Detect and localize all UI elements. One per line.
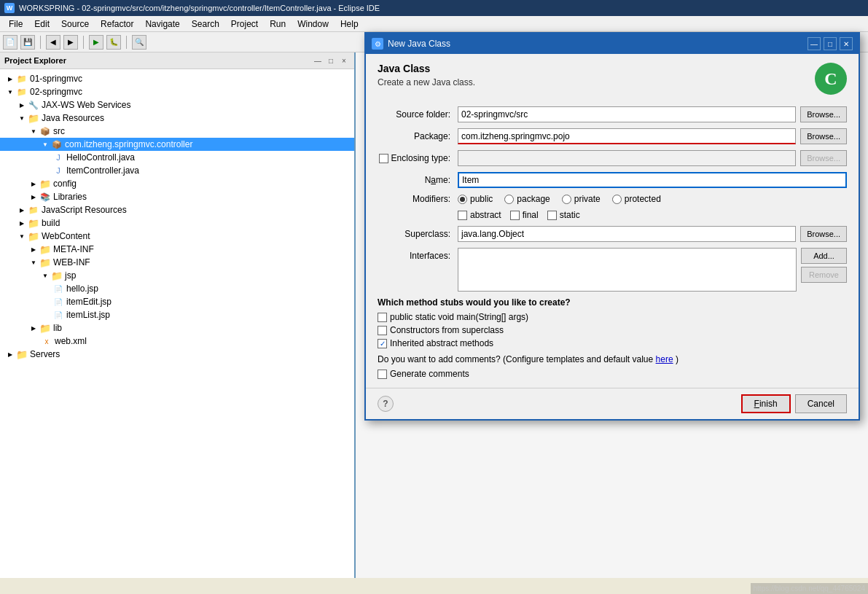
label-config: config xyxy=(53,179,77,189)
tree-item-meta-inf[interactable]: ▶ 📁 META-INF xyxy=(0,243,354,256)
help-btn[interactable]: ? xyxy=(378,396,394,412)
final-checkbox[interactable] xyxy=(510,211,520,220)
dialog-header: Java Class Create a new Java class. C xyxy=(378,63,847,95)
cancel-btn[interactable]: Cancel xyxy=(795,394,847,413)
minimize-panel-btn[interactable]: — xyxy=(312,55,324,66)
menu-search[interactable]: Search xyxy=(186,17,225,31)
menu-help[interactable]: Help xyxy=(335,17,364,31)
dialog-footer: ? Finish Cancel xyxy=(366,388,859,419)
menu-edit[interactable]: Edit xyxy=(28,17,55,31)
label-js-resources: JavaScript Resources xyxy=(42,205,127,215)
inherited-checkbox[interactable]: ✓ xyxy=(378,339,387,348)
toolbar-fwd-btn[interactable]: ▶ xyxy=(63,35,78,50)
menu-window[interactable]: Window xyxy=(292,17,335,31)
main-stub-checkbox[interactable] xyxy=(378,313,387,322)
modifiers-label: Modifiers: xyxy=(378,194,458,204)
superclass-input[interactable] xyxy=(458,226,796,242)
radio-public[interactable]: public xyxy=(458,194,493,204)
add-interface-btn[interactable]: Add... xyxy=(801,248,847,264)
tree-item-servers[interactable]: ▶ 📁 Servers xyxy=(0,348,354,361)
tree-item-build[interactable]: ▶ 📁 build xyxy=(0,216,354,230)
menu-source[interactable]: Source xyxy=(55,17,95,31)
tree-item-java-resources[interactable]: ▼ 📁 Java Resources xyxy=(0,112,354,125)
project-icon-01: 📁 xyxy=(16,73,28,85)
tree-item-web-inf[interactable]: ▼ 📁 WEB-INF xyxy=(0,256,354,269)
label-hello-jsp: hello.jsp xyxy=(66,284,98,294)
static-checkbox-row: static xyxy=(547,210,580,220)
enclosing-type-input[interactable] xyxy=(458,150,796,166)
package-field: Browse... xyxy=(458,128,847,144)
toolbar-new-btn[interactable]: 📄 xyxy=(3,35,17,50)
tree-item-webxml[interactable]: x web.xml xyxy=(0,335,354,348)
enclosing-type-browse-btn[interactable]: Browse... xyxy=(800,150,847,166)
constructors-stub-row: Constructors from superclass xyxy=(378,325,847,335)
dialog-close-btn[interactable]: ✕ xyxy=(840,37,853,50)
radio-protected[interactable]: protected xyxy=(612,194,661,204)
tree-item-jaxws[interactable]: ▶ 🔧 JAX-WS Web Services xyxy=(0,98,354,112)
tree-item-hello-jsp[interactable]: 📄 hello.jsp xyxy=(0,282,354,295)
tree-item-02springmvc[interactable]: ▼ 📁 02-springmvc xyxy=(0,85,354,98)
tree-item-webcontent[interactable]: ▼ 📁 WebContent xyxy=(0,230,354,243)
remove-interface-btn[interactable]: Remove xyxy=(801,267,847,283)
tree-item-itemlist-jsp[interactable]: 📄 itemList.jsp xyxy=(0,308,354,321)
here-link[interactable]: here xyxy=(656,354,673,364)
radio-package-btn[interactable] xyxy=(504,195,514,204)
label-servers: Servers xyxy=(30,349,60,359)
final-label: final xyxy=(523,210,539,220)
toolbar-debug-btn[interactable]: 🐛 xyxy=(106,35,121,50)
tree-item-config[interactable]: ▶ 📁 config xyxy=(0,177,354,190)
radio-private[interactable]: private xyxy=(562,194,601,204)
tree-item-src[interactable]: ▼ 📦 src xyxy=(0,125,354,138)
tree-item-hello[interactable]: J HelloControll.java xyxy=(0,151,354,164)
label-01springmvc: 01-springmvc xyxy=(30,74,82,84)
generate-comments-checkbox[interactable] xyxy=(378,370,387,379)
menu-navigate[interactable]: Navigate xyxy=(139,17,185,31)
static-checkbox[interactable] xyxy=(547,211,557,220)
radio-public-btn[interactable] xyxy=(458,195,467,204)
package-browse-btn[interactable]: Browse... xyxy=(800,128,847,144)
menu-refactor[interactable]: Refactor xyxy=(95,17,139,31)
interfaces-textarea[interactable] xyxy=(458,248,797,292)
tree-item-01springmvc[interactable]: ▶ 📁 01-springmvc xyxy=(0,72,354,85)
tree-item-jsp[interactable]: ▼ 📁 jsp xyxy=(0,269,354,282)
source-folder-input[interactable] xyxy=(458,106,796,122)
toolbar-search-btn[interactable]: 🔍 xyxy=(132,35,146,50)
name-input[interactable] xyxy=(458,172,847,188)
arrow-src: ▼ xyxy=(29,127,38,136)
tree-item-itemcontroller[interactable]: J ItemController.java xyxy=(0,164,354,177)
tree-item-lib[interactable]: ▶ 📁 lib xyxy=(0,321,354,335)
dialog-maximize-btn[interactable]: □ xyxy=(824,37,837,50)
menu-project[interactable]: Project xyxy=(225,17,264,31)
label-hello: HelloControll.java xyxy=(66,152,135,163)
finish-btn[interactable]: Finish xyxy=(741,394,791,413)
radio-private-btn[interactable] xyxy=(562,195,571,204)
label-lib: lib xyxy=(53,323,62,333)
radio-package[interactable]: package xyxy=(504,194,550,204)
arrow-libraries: ▶ xyxy=(29,192,38,201)
name-label-text: Name: xyxy=(425,175,450,185)
tree-item-package[interactable]: ▼ 📦 com.itzheng.springmvc.controller xyxy=(0,138,354,151)
jsp-icon: 📁 xyxy=(51,270,63,281)
config-icon: 📁 xyxy=(39,178,51,189)
toolbar-run-btn[interactable]: ▶ xyxy=(89,35,103,50)
package-input[interactable] xyxy=(458,128,796,144)
footer-left: ? xyxy=(378,396,394,412)
menu-file[interactable]: File xyxy=(3,17,28,31)
radio-protected-btn[interactable] xyxy=(612,195,622,204)
abstract-checkbox[interactable] xyxy=(458,211,467,220)
tree-item-itemedit-jsp[interactable]: 📄 itemEdit.jsp xyxy=(0,295,354,308)
toolbar-back-btn[interactable]: ◀ xyxy=(46,35,60,50)
toolbar-save-btn[interactable]: 💾 xyxy=(20,35,35,50)
constructors-checkbox[interactable] xyxy=(378,326,387,335)
maximize-panel-btn[interactable]: □ xyxy=(325,55,337,66)
tree-item-libraries[interactable]: ▶ 📚 Libraries xyxy=(0,190,354,203)
superclass-browse-btn[interactable]: Browse... xyxy=(800,226,847,242)
dialog-minimize-btn[interactable]: — xyxy=(808,37,821,50)
tree-item-js-resources[interactable]: ▶ 📁 JavaScript Resources xyxy=(0,203,354,216)
panel-title-text: Project Explorer xyxy=(4,56,66,65)
source-folder-browse-btn[interactable]: Browse... xyxy=(800,106,847,122)
menu-run[interactable]: Run xyxy=(264,17,292,31)
enclosing-type-checkbox[interactable] xyxy=(379,154,388,163)
close-panel-btn[interactable]: × xyxy=(338,55,350,66)
new-java-class-dialog: ⚙ New Java Class — □ ✕ Java Class Create… xyxy=(364,32,860,421)
